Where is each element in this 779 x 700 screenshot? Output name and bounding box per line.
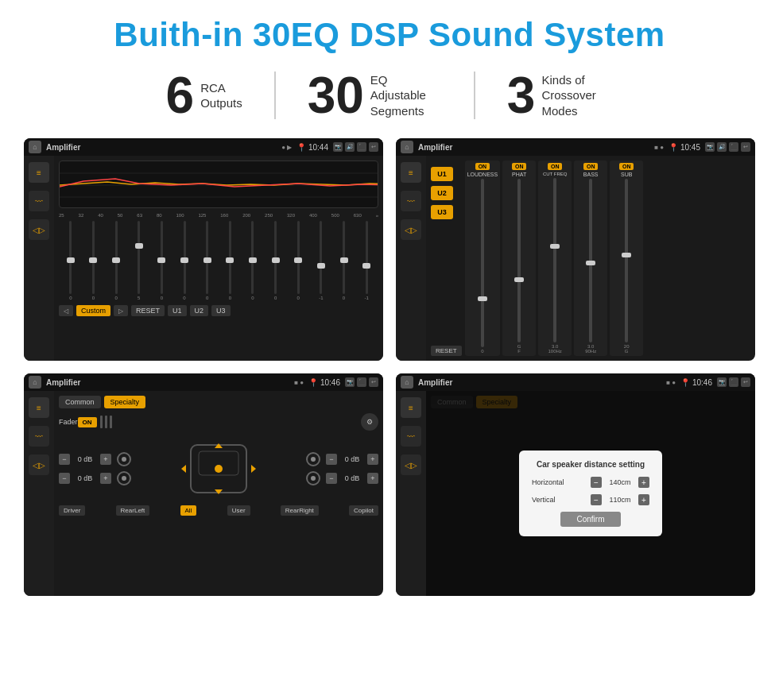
amp-sidebar-wave-icon[interactable]: 〰 xyxy=(401,191,421,211)
fader-left-bottom-plus[interactable]: + xyxy=(100,473,111,484)
fader-right-top-plus[interactable]: + xyxy=(367,454,378,465)
amp-sidebar-speaker-icon[interactable]: ◁▷ xyxy=(401,219,421,240)
amp-sub-track[interactable] xyxy=(625,179,628,342)
fader-speaker-rl xyxy=(117,471,131,485)
amp-cutfreq-thumb[interactable] xyxy=(550,244,560,249)
amp-u3-btn[interactable]: U3 xyxy=(431,205,453,219)
eq-track-7[interactable] xyxy=(206,221,208,294)
eq-thumb-12[interactable] xyxy=(317,263,325,269)
amp-window-icon: ⬛ xyxy=(729,142,738,152)
amp-bass-on[interactable]: ON xyxy=(583,163,599,170)
fader-left-top-minus[interactable]: − xyxy=(59,454,70,465)
fader-sidebar-eq-icon[interactable]: ≡ xyxy=(29,397,49,418)
fader-sidebar-wave-icon[interactable]: 〰 xyxy=(29,426,49,447)
eq-thumb-3[interactable] xyxy=(112,257,120,263)
eq-track-4[interactable] xyxy=(138,221,140,294)
amp-u1-btn[interactable]: U1 xyxy=(431,167,453,181)
eq-thumb-2[interactable] xyxy=(89,257,97,263)
eq-thumb-1[interactable] xyxy=(67,257,75,263)
amp-phat-on[interactable]: ON xyxy=(512,163,527,170)
eq-track-13[interactable] xyxy=(343,221,345,294)
fader-right-top-minus[interactable]: − xyxy=(326,454,337,465)
amp-loudness-thumb[interactable] xyxy=(478,296,487,301)
eq-track-2[interactable] xyxy=(92,221,95,294)
fader-tab-specialty[interactable]: Specialty xyxy=(104,396,146,408)
fader-eq-icon[interactable]: ⚙ xyxy=(361,413,378,431)
dialog-time: 📍 10:46 xyxy=(680,378,712,387)
amp-cutfreq-on[interactable]: ON xyxy=(548,163,563,170)
fader-user-btn[interactable]: User xyxy=(227,505,250,516)
dialog-horizontal-plus[interactable]: + xyxy=(638,477,649,488)
amp-reset-btn[interactable]: RESET xyxy=(431,346,462,356)
eq-track-8[interactable] xyxy=(229,221,231,294)
eq-prev-btn[interactable]: ◁ xyxy=(59,305,73,316)
fader-driver-btn[interactable]: Driver xyxy=(59,505,85,516)
eq-band-63: 63 xyxy=(137,213,142,218)
amp-u2-btn[interactable]: U2 xyxy=(431,186,453,200)
eq-track-6[interactable] xyxy=(184,221,186,294)
eq-band-100: 100 xyxy=(176,213,184,218)
eq-u2-btn[interactable]: U2 xyxy=(190,305,209,316)
fader-copilot-btn[interactable]: Copilot xyxy=(349,505,378,516)
amp-sidebar-eq-icon[interactable]: ≡ xyxy=(401,162,421,183)
amp-cutfreq-track[interactable] xyxy=(553,178,556,342)
eq-thumb-14[interactable] xyxy=(362,263,370,269)
amp-camera-icon: 📷 xyxy=(705,142,715,152)
eq-sidebar-wave-icon[interactable]: 〰 xyxy=(29,191,49,211)
eq-reset-btn[interactable]: RESET xyxy=(131,305,165,316)
amp-phat-thumb[interactable] xyxy=(514,277,524,282)
fader-right-bottom-minus[interactable]: − xyxy=(326,473,337,484)
eq-track-5[interactable] xyxy=(161,221,163,294)
amp-sub-on[interactable]: ON xyxy=(619,163,634,170)
eq-sidebar-eq-icon[interactable]: ≡ xyxy=(29,162,49,183)
fader-rearleft-btn[interactable]: RearLeft xyxy=(116,505,150,516)
eq-sidebar-speaker-icon[interactable]: ◁▷ xyxy=(29,219,49,240)
fader-left-top-plus[interactable]: + xyxy=(100,454,111,465)
eq-track-11[interactable] xyxy=(297,221,300,294)
dialog-vertical-plus[interactable]: + xyxy=(638,494,649,505)
eq-track-1[interactable] xyxy=(69,221,72,294)
fader-sidebar-speaker-icon[interactable]: ◁▷ xyxy=(29,454,49,475)
eq-thumb-7[interactable] xyxy=(203,257,211,263)
fader-rearright-btn[interactable]: RearRight xyxy=(281,505,319,516)
eq-next-btn[interactable]: ▷ xyxy=(114,305,128,316)
amp-phat-track[interactable] xyxy=(517,179,521,342)
eq-custom-btn[interactable]: Custom xyxy=(76,305,110,316)
dialog-vertical-minus[interactable]: − xyxy=(591,494,602,505)
eq-track-3[interactable] xyxy=(115,221,118,294)
eq-u3-btn[interactable]: U3 xyxy=(211,305,231,316)
eq-thumb-6[interactable] xyxy=(180,257,188,263)
eq-slider-13: 0 xyxy=(334,221,355,300)
amp-bass-track[interactable] xyxy=(589,179,592,342)
fader-left-bottom-minus[interactable]: − xyxy=(59,473,70,484)
eq-thumb-11[interactable] xyxy=(294,257,302,263)
fader-right-bottom-plus[interactable]: + xyxy=(367,473,378,484)
eq-track-9[interactable] xyxy=(251,221,254,294)
eq-u1-btn[interactable]: U1 xyxy=(168,305,187,316)
fader-on-button[interactable]: ON xyxy=(78,417,97,427)
eq-thumb-4[interactable] xyxy=(135,243,143,249)
eq-track-12[interactable] xyxy=(320,221,322,294)
eq-track-10[interactable] xyxy=(274,221,277,294)
dialog-confirm-button[interactable]: Confirm xyxy=(560,512,620,527)
amp-bass-thumb[interactable] xyxy=(586,261,595,265)
amp-loudness-track[interactable] xyxy=(481,179,484,347)
fader-right-bottom-row: − 0 dB + xyxy=(306,471,378,485)
eq-thumb-9[interactable] xyxy=(249,257,257,263)
amp-loudness-on[interactable]: ON xyxy=(475,163,490,170)
fader-tab-common[interactable]: Common xyxy=(59,396,101,408)
dialog-sidebar-wave-icon[interactable]: 〰 xyxy=(401,426,421,447)
dialog-sidebar-eq-icon[interactable]: ≡ xyxy=(401,397,421,418)
dialog-sidebar-speaker-icon[interactable]: ◁▷ xyxy=(401,454,421,475)
eq-track-14[interactable] xyxy=(366,221,368,294)
eq-thumb-13[interactable] xyxy=(340,257,348,263)
eq-thumb-10[interactable] xyxy=(272,257,280,263)
svg-marker-9 xyxy=(251,465,256,473)
eq-thumb-5[interactable] xyxy=(157,257,165,263)
stat-rca: 6 RCAOutputs xyxy=(134,70,274,121)
page-title: Buith-in 30EQ DSP Sound System xyxy=(24,16,755,54)
eq-thumb-8[interactable] xyxy=(226,257,234,263)
amp-sub-thumb[interactable] xyxy=(622,253,631,257)
dialog-horizontal-minus[interactable]: − xyxy=(591,477,602,488)
fader-all-btn[interactable]: All xyxy=(180,505,197,516)
